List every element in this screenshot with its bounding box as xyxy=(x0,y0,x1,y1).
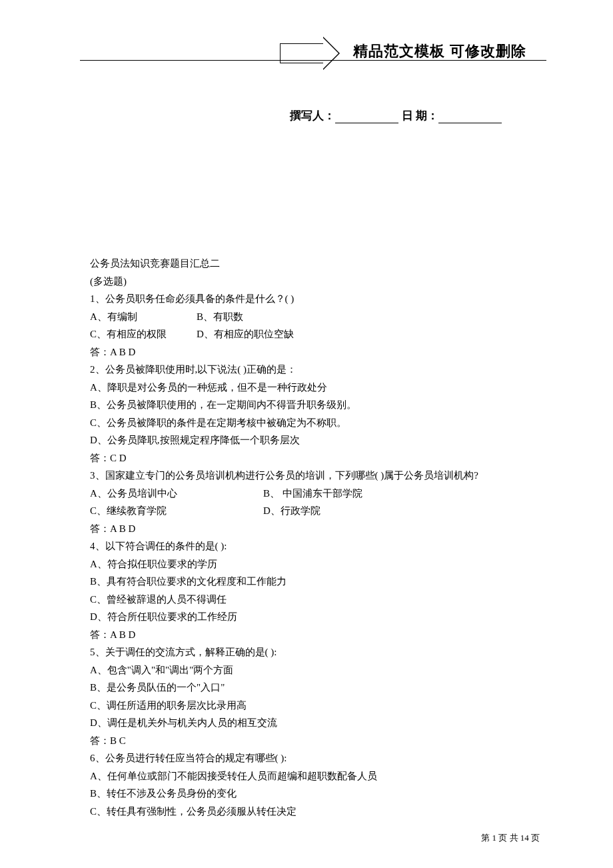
q1-row1: A、有编制B、有职数 xyxy=(90,308,546,326)
q2-optD: D、公务员降职,按照规定程序降低一个职务层次 xyxy=(90,431,546,449)
q4-optC: C、曾经被辞退的人员不得调任 xyxy=(90,591,546,609)
q3-optD: D、行政学院 xyxy=(263,505,320,516)
q6-stem: 6、公务员进行转任应当符合的规定有哪些( ): xyxy=(90,749,546,767)
q5-stem: 5、关于调任的交流方式，解释正确的是( ): xyxy=(90,643,546,661)
q4-answer: 答：A B D xyxy=(90,626,546,644)
q5-optB: B、是公务员队伍的一个"入口" xyxy=(90,679,546,697)
q2-stem: 2、公务员被降职使用时,以下说法( )正确的是： xyxy=(90,361,546,379)
q5-answer: 答：B C xyxy=(90,732,546,750)
q1-optA: A、有编制 xyxy=(90,308,197,326)
q1-optC: C、有相应的权限 xyxy=(90,325,197,343)
author-field xyxy=(335,113,398,123)
q2-optB: B、公务员被降职使用的，在一定期间内不得晋升职务级别。 xyxy=(90,396,546,414)
arrow-head-icon xyxy=(323,37,340,70)
q4-optB: B、具有符合职位要求的文化程度和工作能力 xyxy=(90,573,546,591)
q2-optC: C、公务员被降职的条件是在定期考核中被确定为不称职。 xyxy=(90,414,546,432)
author-label: 撰写人： xyxy=(290,109,335,122)
date-label: 日 期： xyxy=(402,109,439,122)
q5-optC: C、调任所适用的职务层次比录用高 xyxy=(90,697,546,715)
header-banner-text: 精品范文模板 可修改删除 xyxy=(353,41,526,61)
q6-optB: B、转任不涉及公务员身份的变化 xyxy=(90,785,546,803)
q3-row2: C、继续教育学院D、行政学院 xyxy=(90,502,546,520)
q3-answer: 答：A B D xyxy=(90,520,546,538)
doc-subtitle: (多选题) xyxy=(90,273,546,291)
q1-optB: B、有职数 xyxy=(197,311,243,322)
q5-optD: D、调任是机关外与机关内人员的相互交流 xyxy=(90,714,546,732)
footer-mid: 页 共 xyxy=(496,833,520,843)
footer-prefix: 第 xyxy=(481,833,492,843)
footer-total: 14 xyxy=(520,833,529,843)
document-body: 公务员法知识竞赛题目汇总二 (多选题) 1、公务员职务任命必须具备的条件是什么？… xyxy=(90,255,546,820)
q1-answer: 答：A B D xyxy=(90,343,546,361)
q6-optA: A、任何单位或部门不能因接受转任人员而超编和超职数配备人员 xyxy=(90,767,546,785)
q2-optA: A、降职是对公务员的一种惩戒，但不是一种行政处分 xyxy=(90,379,546,397)
q4-optA: A、符合拟任职位要求的学历 xyxy=(90,555,546,573)
q2-answer: 答：C D xyxy=(90,449,546,467)
q5-optA: A、包含"调入"和"调出"两个方面 xyxy=(90,661,546,679)
q1-stem: 1、公务员职务任命必须具备的条件是什么？( ) xyxy=(90,290,546,308)
q4-stem: 4、以下符合调任的条件的是( ): xyxy=(90,537,546,555)
q4-optD: D、符合所任职位要求的工作经历 xyxy=(90,608,546,626)
q6-optC: C、转任具有强制性，公务员必须服从转任决定 xyxy=(90,803,546,821)
header-arrow-graphic xyxy=(280,37,340,70)
header-divider xyxy=(80,60,546,61)
q3-optA: A、公务员培训中心 xyxy=(90,485,263,503)
q3-stem: 3、国家建立专门的公务员培训机构进行公务员的培训，下列哪些( )属于公务员培训机… xyxy=(90,467,546,485)
q3-row1: A、公务员培训中心B、 中国浦东干部学院 xyxy=(90,485,546,503)
footer-suffix: 页 xyxy=(529,833,540,843)
doc-title: 公务员法知识竞赛题目汇总二 xyxy=(90,255,546,273)
q1-optD: D、有相应的职位空缺 xyxy=(197,329,294,339)
q3-optB: B、 中国浦东干部学院 xyxy=(263,488,362,499)
date-field xyxy=(438,113,502,123)
page-footer: 第 1 页 共 14 页 xyxy=(481,832,540,844)
meta-line: 撰写人： 日 期： xyxy=(290,108,502,123)
q1-row2: C、有相应的权限D、有相应的职位空缺 xyxy=(90,325,546,343)
q3-optC: C、继续教育学院 xyxy=(90,502,263,520)
